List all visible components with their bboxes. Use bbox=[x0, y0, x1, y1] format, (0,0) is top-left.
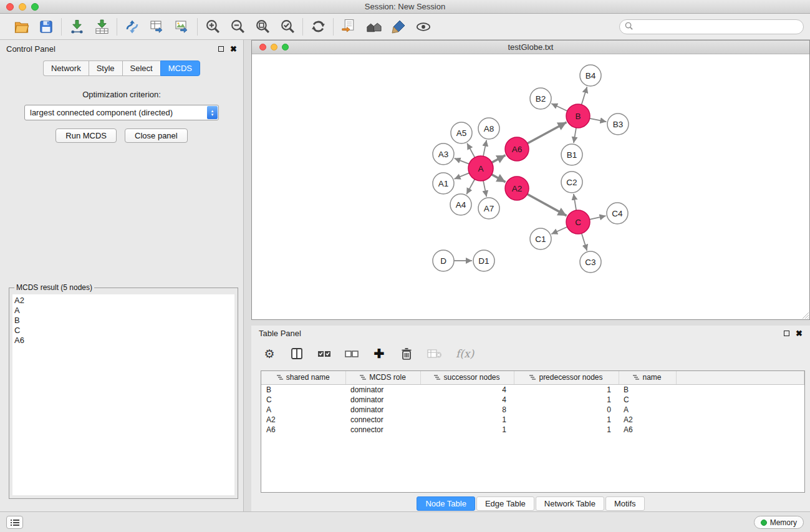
node-B3[interactable]: B3 bbox=[607, 114, 629, 135]
edge-A-A2[interactable] bbox=[492, 175, 506, 182]
mcds-result-item[interactable]: A6 bbox=[14, 336, 234, 346]
network-canvas[interactable]: B4B2BB3A5A8A6A3AB1A1A2C2A4A7C4CC1DD1C3 bbox=[252, 54, 809, 319]
table-row[interactable]: Cdominator41C bbox=[261, 395, 804, 405]
tab-edge-table[interactable]: Edge Table bbox=[476, 496, 534, 511]
table-cell[interactable]: A6 bbox=[619, 425, 676, 435]
tab-network[interactable]: Network bbox=[43, 60, 89, 76]
edge-B-B1[interactable] bbox=[574, 128, 576, 143]
search-field[interactable] bbox=[619, 19, 804, 34]
eye-icon[interactable] bbox=[415, 19, 432, 35]
zoom-out-icon[interactable] bbox=[229, 19, 246, 35]
node-A5[interactable]: A5 bbox=[451, 122, 472, 143]
table-cell[interactable]: C bbox=[261, 395, 345, 405]
document-exchange-icon[interactable] bbox=[340, 19, 357, 35]
table-cell[interactable]: B bbox=[619, 385, 676, 395]
edge-C-C1[interactable] bbox=[551, 227, 567, 234]
table-cell[interactable]: dominator bbox=[345, 405, 420, 415]
function-builder-icon[interactable]: f(x) bbox=[456, 347, 474, 360]
minimize-window-button[interactable] bbox=[19, 3, 26, 11]
delete-table-icon[interactable] bbox=[427, 348, 442, 359]
delete-column-icon[interactable] bbox=[400, 347, 413, 360]
home-icon[interactable] bbox=[365, 19, 382, 35]
zoom-selected-icon[interactable] bbox=[279, 19, 296, 35]
mcds-result-item[interactable]: A2 bbox=[14, 296, 234, 306]
table-cell[interactable]: 0 bbox=[514, 405, 619, 415]
float-table-panel-icon[interactable] bbox=[784, 331, 789, 336]
node-A1[interactable]: A1 bbox=[433, 173, 454, 194]
mcds-result-item[interactable]: B bbox=[14, 316, 234, 326]
open-session-icon[interactable] bbox=[13, 19, 29, 35]
node-D1[interactable]: D1 bbox=[473, 250, 494, 271]
import-network-icon[interactable] bbox=[69, 19, 85, 35]
deselect-all-icon[interactable] bbox=[345, 348, 359, 359]
node-A4[interactable]: A4 bbox=[450, 194, 471, 215]
edge-B-B4[interactable] bbox=[582, 87, 587, 105]
resize-handle[interactable] bbox=[801, 311, 809, 319]
edge-C-C4[interactable] bbox=[590, 216, 606, 220]
table-cell[interactable]: A2 bbox=[619, 415, 676, 425]
table-cell[interactable]: 1 bbox=[420, 425, 514, 435]
edge-B-B2[interactable] bbox=[551, 104, 567, 111]
column-header-shared-name[interactable]: shared name bbox=[261, 371, 345, 385]
table-row[interactable]: A6connector11A6 bbox=[261, 425, 804, 435]
node-C2[interactable]: C2 bbox=[561, 172, 582, 193]
edge-A-A6[interactable] bbox=[492, 155, 506, 163]
table-row[interactable]: Bdominator41B bbox=[261, 385, 804, 395]
node-A2[interactable]: A2 bbox=[505, 177, 529, 200]
mcds-result-item[interactable]: C bbox=[14, 326, 234, 336]
criterion-dropdown[interactable]: largest connected component (directed) ▲… bbox=[24, 105, 219, 120]
memory-button[interactable]: Memory bbox=[754, 516, 804, 529]
table-cell[interactable]: A bbox=[619, 405, 676, 415]
tab-node-table[interactable]: Node Table bbox=[417, 496, 475, 511]
tab-network-table[interactable]: Network Table bbox=[536, 496, 604, 511]
edge-A-A1[interactable] bbox=[455, 173, 470, 179]
import-table-icon[interactable] bbox=[94, 19, 110, 35]
export-image-icon[interactable] bbox=[174, 19, 190, 35]
table-cell[interactable]: 1 bbox=[514, 385, 619, 395]
node-B[interactable]: B bbox=[566, 104, 590, 128]
edge-A-A3[interactable] bbox=[455, 158, 470, 164]
edge-C-C3[interactable] bbox=[582, 233, 587, 251]
table-cell[interactable]: A bbox=[261, 405, 345, 415]
network-zoom-button[interactable] bbox=[282, 44, 289, 51]
refresh-view-icon[interactable] bbox=[310, 19, 326, 35]
close-panel-icon[interactable]: ✖ bbox=[230, 45, 237, 53]
zoom-in-icon[interactable] bbox=[205, 19, 221, 35]
edge-A-A8[interactable] bbox=[483, 140, 486, 157]
save-session-icon[interactable] bbox=[38, 19, 54, 35]
tab-select[interactable]: Select bbox=[122, 60, 160, 76]
table-cell[interactable]: connector bbox=[345, 425, 420, 435]
float-panel-icon[interactable] bbox=[218, 46, 224, 52]
add-column-icon[interactable]: ✚ bbox=[372, 347, 386, 360]
edge-A-A5[interactable] bbox=[467, 143, 475, 158]
node-C4[interactable]: C4 bbox=[607, 203, 628, 224]
node-A8[interactable]: A8 bbox=[478, 118, 499, 139]
run-mcds-button[interactable]: Run MCDS bbox=[55, 128, 117, 143]
search-input[interactable] bbox=[636, 21, 803, 33]
node-D[interactable]: D bbox=[433, 250, 454, 271]
table-cell[interactable]: 1 bbox=[514, 395, 619, 405]
table-cell[interactable]: dominator bbox=[345, 385, 420, 395]
table-settings-icon[interactable]: ⚙ bbox=[263, 348, 276, 360]
zoom-fit-icon[interactable] bbox=[254, 19, 271, 35]
column-header-predecessor-nodes[interactable]: predecessor nodes bbox=[514, 371, 619, 385]
node-B4[interactable]: B4 bbox=[580, 65, 601, 86]
table-cell[interactable]: connector bbox=[345, 415, 420, 425]
edge-A-A7[interactable] bbox=[483, 181, 486, 197]
show-columns-icon[interactable] bbox=[290, 347, 304, 360]
column-header-name[interactable]: name bbox=[619, 371, 676, 385]
close-table-panel-icon[interactable]: ✖ bbox=[796, 329, 803, 337]
table-cell[interactable]: 4 bbox=[420, 395, 514, 405]
table-cell[interactable]: 1 bbox=[514, 415, 619, 425]
table-cell[interactable]: 1 bbox=[420, 415, 514, 425]
node-C1[interactable]: C1 bbox=[530, 228, 551, 249]
network-minimize-button[interactable] bbox=[271, 44, 277, 51]
edge-A6-B[interactable] bbox=[528, 122, 567, 143]
node-table[interactable]: shared name MCDS role successor nodes pr… bbox=[261, 370, 805, 493]
column-header-successor-nodes[interactable]: successor nodes bbox=[420, 371, 514, 385]
node-A[interactable]: A bbox=[468, 156, 493, 181]
table-row[interactable]: Adominator80A bbox=[261, 405, 804, 415]
apply-style-icon[interactable] bbox=[390, 19, 407, 35]
mcds-result-item[interactable]: A bbox=[14, 306, 234, 316]
edge-B-B3[interactable] bbox=[590, 118, 607, 122]
